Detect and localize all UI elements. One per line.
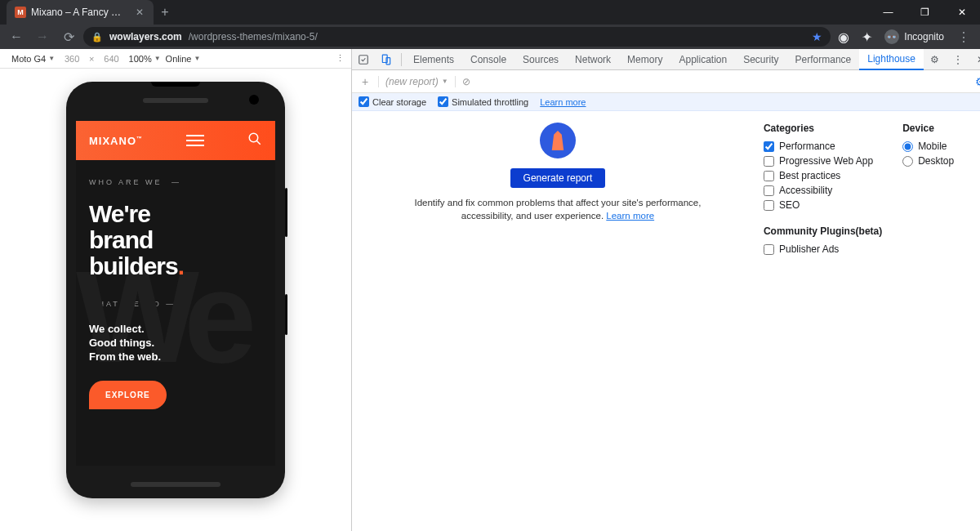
tab-memory[interactable]: Memory: [619, 49, 670, 70]
device-select[interactable]: Moto G4▼: [11, 54, 55, 64]
devtools-tabs: Elements Console Sources Network Memory …: [352, 49, 980, 70]
device-toolbar-more[interactable]: ⋮: [336, 53, 345, 64]
eyebrow-who: WHO ARE WE —: [89, 178, 262, 186]
incognito-indicator: 👓 Incognito: [884, 29, 944, 44]
throttle-select[interactable]: Online▼: [166, 54, 201, 64]
tab-elements[interactable]: Elements: [405, 49, 462, 70]
device-mobile[interactable]: Mobile: [902, 141, 954, 152]
device-toolbar: Moto G4▼ 360 × 640 100%▼ Online▼ ⋮: [0, 49, 351, 69]
tab-lighthouse[interactable]: Lighthouse: [859, 49, 924, 70]
new-report-button[interactable]: +: [359, 75, 372, 88]
tab-network[interactable]: Network: [567, 49, 619, 70]
forward-button[interactable]: →: [31, 25, 54, 48]
lighthouse-options-bar: Clear storage Simulated throttling Learn…: [352, 93, 980, 111]
back-button[interactable]: ←: [5, 25, 28, 48]
zoom-select[interactable]: 100%▼: [129, 54, 161, 64]
eyebrow-what: WHAT WE DO —: [89, 300, 262, 308]
clear-icon[interactable]: ⊘: [462, 76, 470, 87]
tab-console[interactable]: Console: [462, 49, 514, 70]
device-area: MIXANO™ We WHO ARE WE — We're brand buil…: [0, 69, 351, 531]
phone-screen: MIXANO™ We WHO ARE WE — We're brand buil…: [76, 121, 275, 466]
devtools-close-icon[interactable]: ✕: [969, 54, 980, 65]
device-viewport-pane: Moto G4▼ 360 × 640 100%▼ Online▼ ⋮ MIXAN…: [0, 49, 351, 531]
category-accessibility[interactable]: Accessibility: [764, 185, 873, 196]
dim-x: ×: [89, 54, 94, 64]
phone-frame: MIXANO™ We WHO ARE WE — We're brand buil…: [66, 82, 285, 498]
svg-rect-2: [359, 55, 368, 64]
tab-sources[interactable]: Sources: [514, 49, 567, 70]
new-tab-button[interactable]: +: [154, 1, 176, 24]
star-icon[interactable]: ★: [812, 30, 822, 43]
reload-button[interactable]: ⟳: [57, 25, 80, 48]
hamburger-menu-icon[interactable]: [186, 135, 204, 146]
device-desktop[interactable]: Desktop: [902, 155, 954, 167]
window-controls: ― ❐ ✕: [870, 0, 980, 25]
browser-titlebar: M Mixano – A Fancy WordPress The ✕ + ― ❐…: [0, 0, 980, 25]
category-performance[interactable]: Performance: [764, 141, 873, 152]
devtools-panel: Elements Console Sources Network Memory …: [351, 49, 980, 531]
url-host: wowlayers.com: [109, 31, 182, 42]
explore-button[interactable]: EXPLORE: [89, 381, 167, 409]
tab-favicon: M: [15, 7, 26, 18]
device-width-input[interactable]: 360: [60, 54, 84, 64]
subheadline: We collect. Good things. From the web.: [89, 323, 262, 364]
simulated-throttling-checkbox[interactable]: Simulated throttling: [438, 96, 528, 107]
category-pwa[interactable]: Progressive Web App: [764, 155, 873, 167]
maximize-button[interactable]: ❐: [906, 0, 943, 25]
plugins-heading: Community Plugins(beta): [764, 225, 976, 237]
extension-icon[interactable]: ◉: [834, 27, 853, 47]
svg-point-0: [249, 133, 258, 142]
address-bar: ← → ⟳ 🔒 wowlayers.com/wordpress-themes/m…: [0, 25, 980, 49]
lighthouse-toolbar: + (new report)▼ ⊘ ⚙: [352, 70, 980, 93]
browser-tab[interactable]: M Mixano – A Fancy WordPress The ✕: [7, 0, 154, 25]
minimize-button[interactable]: ―: [870, 0, 906, 25]
close-window-button[interactable]: ✕: [943, 0, 980, 25]
site-body: We WHO ARE WE — We're brand builders. WH…: [76, 160, 275, 427]
browser-menu-button[interactable]: ⋮: [952, 25, 975, 48]
categories-heading: Categories: [764, 123, 873, 134]
tab-title: Mixano – A Fancy WordPress The: [31, 7, 129, 18]
report-select[interactable]: (new report)▼: [385, 76, 448, 87]
devtools-menu-icon[interactable]: ⋮: [947, 54, 969, 65]
lighthouse-logo-icon: [540, 123, 576, 158]
tab-security[interactable]: Security: [735, 49, 786, 70]
extensions-menu-icon[interactable]: ✦: [857, 27, 876, 47]
device-height-input[interactable]: 640: [100, 54, 124, 64]
learn-more-link[interactable]: Learn more: [606, 211, 654, 221]
svg-line-1: [256, 141, 261, 145]
headline: We're brand builders.: [89, 201, 262, 279]
site-header: MIXANO™: [76, 121, 275, 160]
incognito-label: Incognito: [904, 31, 944, 42]
options-learn-more-link[interactable]: Learn more: [540, 97, 586, 107]
device-heading: Device: [902, 123, 954, 134]
url-path: /wordpress-themes/mixano-5/: [189, 31, 318, 42]
clear-storage-checkbox[interactable]: Clear storage: [359, 96, 426, 107]
generate-report-button[interactable]: Generate report: [510, 168, 606, 188]
lighthouse-settings-icon[interactable]: ⚙: [975, 75, 980, 88]
url-bar[interactable]: 🔒 wowlayers.com/wordpress-themes/mixano-…: [83, 27, 831, 47]
close-icon[interactable]: ✕: [134, 7, 145, 18]
search-icon[interactable]: [247, 132, 262, 149]
lock-icon: 🔒: [91, 32, 103, 42]
toggle-device-toolbar-icon[interactable]: [375, 54, 398, 65]
incognito-icon: 👓: [884, 29, 899, 44]
category-seo[interactable]: SEO: [764, 199, 873, 211]
devtools-settings-icon[interactable]: ⚙: [924, 54, 947, 65]
category-best-practices[interactable]: Best practices: [764, 170, 873, 181]
site-logo[interactable]: MIXANO™: [89, 135, 143, 147]
lighthouse-body: Generate report Identify and fix common …: [352, 111, 980, 531]
lighthouse-description: Identify and fix common problems that af…: [403, 196, 713, 222]
tab-application[interactable]: Application: [670, 49, 735, 70]
plugin-publisher-ads[interactable]: Publisher Ads: [764, 243, 976, 255]
inspect-element-icon[interactable]: [352, 54, 375, 65]
tab-performance[interactable]: Performance: [787, 49, 860, 70]
